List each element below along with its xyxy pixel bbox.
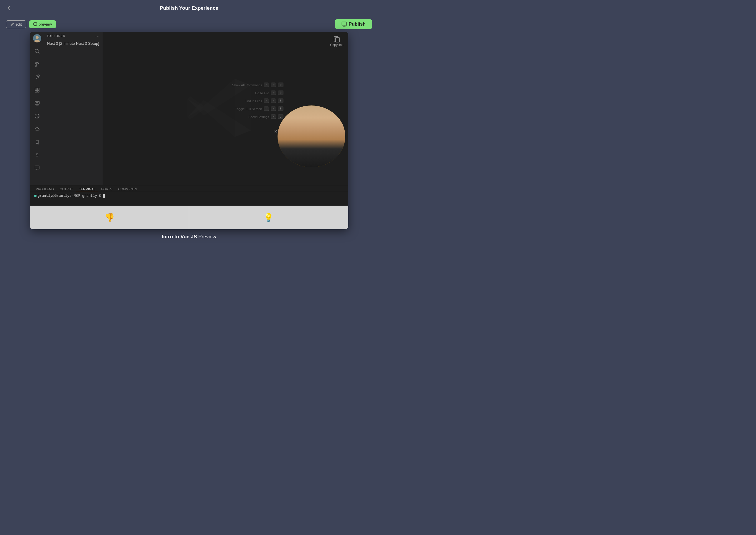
svg-rect-11 [38,88,39,90]
svg-point-18 [37,116,38,117]
chat-icon[interactable] [33,164,41,172]
bottom-title-bold: Intro to Vue JS [162,234,197,239]
command-row: Go to File ⌘ P [232,91,283,95]
file-explorer-sidebar: EXPLORER ··· Nuxt 3 [2 minute Nuxt 3 Set… [44,32,103,185]
svg-rect-20 [35,166,39,169]
svg-point-6 [35,62,37,64]
toolbar: edit preview Publish [0,16,378,32]
vscode-window: S EXPLORER ··· Nuxt 3 [2 minute Nuxt 3 S… [30,32,348,185]
tab-comments[interactable]: COMMENTS [115,186,140,192]
extensions-icon[interactable] [33,86,41,94]
bottom-title: Intro to Vue JS Preview [157,229,221,244]
svg-point-15 [37,102,38,103]
tab-terminal[interactable]: TERMINAL [76,186,98,192]
command-row: Find in Files ⇧ ⌘ F [232,99,283,103]
terminal-content: grantly@Grantlys-MBP grantly % [30,192,348,200]
user-avatar [33,34,41,42]
dislike-reaction[interactable]: 👎 [30,206,189,229]
header: Publish Your Experience [0,0,378,16]
bottom-title-normal: Preview [197,234,216,239]
cloud-icon[interactable] [33,125,41,133]
svg-point-8 [35,65,37,67]
main-content: S EXPLORER ··· Nuxt 3 [2 minute Nuxt 3 S… [0,32,378,244]
idea-icon[interactable]: 💡 [264,213,274,222]
command-row: Show All Commands ⇧ ⌘ P [232,83,283,87]
tab-output[interactable]: OUTPUT [57,186,76,192]
terminal-cursor [103,194,105,198]
activity-bar: S [30,32,44,185]
reaction-bar: 👎 💡 [30,206,348,229]
dislike-icon[interactable]: 👎 [104,213,115,222]
remote-icon[interactable] [33,99,41,107]
preview-button[interactable]: preview [29,20,56,28]
svg-rect-10 [35,88,37,90]
sidebar-header: EXPLORER ··· [44,32,103,40]
idea-reaction[interactable]: 💡 [189,206,348,229]
webcam-overlay [278,105,345,167]
search-activity-icon[interactable] [33,47,41,55]
svg-rect-1 [342,22,347,26]
svg-rect-14 [35,101,39,104]
svg-point-5 [35,49,38,52]
svg-point-7 [38,62,39,64]
editor-area: Show All Commands ⇧ ⌘ P Go to File ⌘ P F… [103,32,348,185]
page-title: Publish Your Experience [160,5,218,11]
copy-link-button[interactable]: Copy link [330,36,343,46]
bookmark-icon[interactable] [33,138,41,146]
toolbar-left: edit preview [6,20,56,28]
back-button[interactable] [6,5,12,11]
tab-problems[interactable]: PROBLEMS [33,186,57,192]
webcam-person [278,105,345,167]
svg-point-3 [36,36,39,39]
svg-rect-13 [38,91,39,92]
svg-rect-22 [336,38,339,42]
s-icon[interactable]: S [33,151,41,159]
sidebar-dots[interactable]: ··· [96,34,100,38]
terminal-tabs: PROBLEMS OUTPUT TERMINAL PORTS COMMENTS [30,185,348,192]
command-row: Show Settings ⌘ , [232,115,283,119]
command-row: Toggle Full Screen ⌃ ⌘ F [232,107,283,111]
source-control-icon[interactable] [33,60,41,68]
edit-button[interactable]: edit [6,20,26,28]
svg-rect-0 [34,23,37,25]
target-icon[interactable] [33,112,41,120]
run-debug-icon[interactable] [33,73,41,81]
terminal-dot [34,195,37,197]
publish-button[interactable]: Publish [335,19,372,29]
svg-rect-12 [35,91,37,92]
command-hints: Show All Commands ⇧ ⌘ P Go to File ⌘ P F… [232,83,283,119]
terminal-bar: PROBLEMS OUTPUT TERMINAL PORTS COMMENTS … [30,185,348,206]
overlay-close-button[interactable]: ✕ [274,129,278,134]
sidebar-file-title: Nuxt 3 [2 minute Nuxt 3 Setup] [44,40,103,47]
svg-text:S: S [36,153,38,157]
video-container: S EXPLORER ··· Nuxt 3 [2 minute Nuxt 3 S… [30,32,348,229]
tab-ports[interactable]: PORTS [98,186,116,192]
